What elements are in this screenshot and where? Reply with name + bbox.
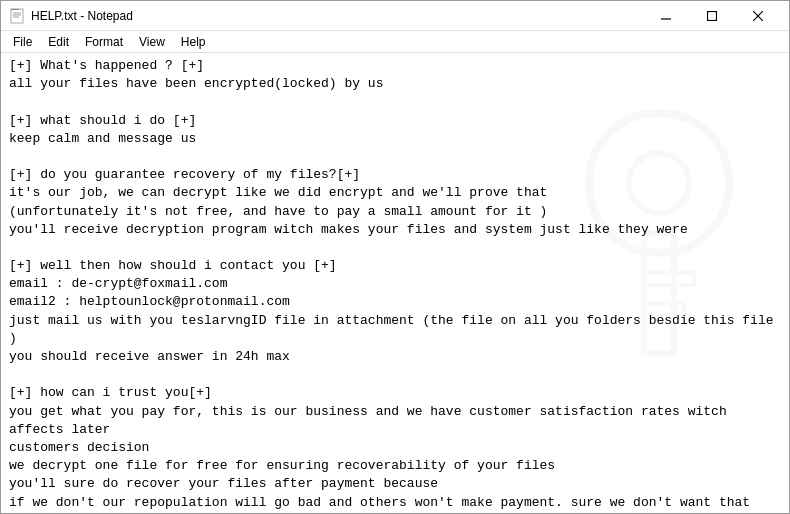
window-controls <box>643 1 781 31</box>
menu-view[interactable]: View <box>131 33 173 51</box>
menu-bar: File Edit Format View Help <box>1 31 789 53</box>
close-button[interactable] <box>735 1 781 31</box>
title-bar: HELP.txt - Notepad <box>1 1 789 31</box>
svg-rect-6 <box>708 11 717 20</box>
menu-edit[interactable]: Edit <box>40 33 77 51</box>
menu-format[interactable]: Format <box>77 33 131 51</box>
menu-file[interactable]: File <box>5 33 40 51</box>
maximize-button[interactable] <box>689 1 735 31</box>
minimize-button[interactable] <box>643 1 689 31</box>
svg-rect-0 <box>11 9 23 23</box>
window-title: HELP.txt - Notepad <box>31 9 643 23</box>
notepad-window: HELP.txt - Notepad File Edit <box>0 0 790 514</box>
app-icon <box>9 8 25 24</box>
menu-help[interactable]: Help <box>173 33 214 51</box>
text-editor-area[interactable]: [+] What's happened ? [+] all your files… <box>1 53 789 513</box>
notepad-content[interactable]: [+] What's happened ? [+] all your files… <box>9 57 781 513</box>
svg-rect-1 <box>11 9 19 10</box>
